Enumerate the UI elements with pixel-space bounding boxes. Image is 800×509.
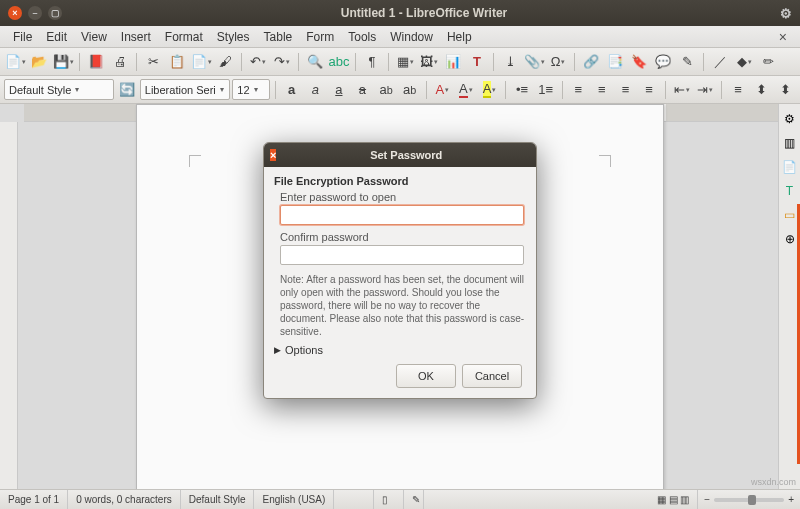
confirm-password-input[interactable] [280,245,524,265]
modal-overlay: × Set Password File Encryption Password … [0,0,800,509]
watermark-text: wsxdn.com [751,477,796,487]
cancel-button[interactable]: Cancel [462,364,522,388]
password-note-text: Note: After a password has been set, the… [280,273,526,338]
confirm-password-label: Confirm password [280,231,526,243]
dialog-section-heading: File Encryption Password [274,175,526,187]
dialog-title: Set Password [282,149,530,161]
dialog-close-button[interactable]: × [270,149,276,161]
set-password-dialog: × Set Password File Encryption Password … [263,142,537,399]
ok-button[interactable]: OK [396,364,456,388]
enter-password-label: Enter password to open [280,191,526,203]
enter-password-input[interactable] [280,205,524,225]
dialog-titlebar[interactable]: × Set Password [264,143,536,167]
options-expander[interactable]: ▶ Options [274,344,526,356]
expander-triangle-icon: ▶ [274,345,281,355]
